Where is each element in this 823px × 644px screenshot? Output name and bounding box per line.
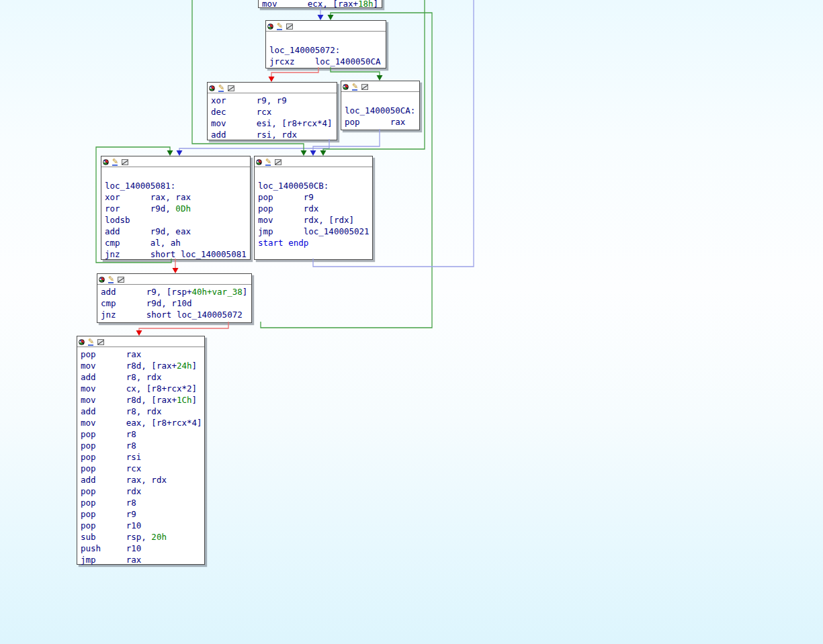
graph-canvas[interactable]: ✎mov ecx, [rax+18h]✎loc_140005072:jrcxz … [0,0,823,644]
collapse-graph-icon[interactable] [97,339,104,345]
code-line[interactable]: add r9d, eax [105,226,250,237]
color-wheel-icon[interactable] [267,24,273,30]
code-line[interactable]: mov esi, [r8+rcx*4] [211,118,337,129]
code-line[interactable]: loc_1400050CB: [258,180,372,191]
code-line[interactable]: add r9, [rsp+40h+var_38] [101,286,251,297]
code-line[interactable]: loc_1400050CA: [345,105,419,116]
code-line[interactable]: push r10 [81,543,204,554]
code-line[interactable]: lodsb [105,214,250,226]
instruction-text: loc_1400050CA: [345,105,415,116]
code-line[interactable]: jrcxz loc_1400050CA [269,56,386,67]
collapse-graph-icon[interactable] [122,159,128,165]
code-line [269,33,386,44]
code-line[interactable]: pop rdx [258,203,372,214]
collapse-graph-icon[interactable] [118,277,124,283]
code-line[interactable]: pop r8 [81,440,204,451]
code-line[interactable]: mov eax, [r8+rcx*4] [81,417,204,428]
instruction-text: push r10 [81,543,141,553]
color-wheel-icon[interactable] [103,159,109,165]
instruction-text: jmp rax [81,555,141,565]
edit-icon[interactable]: ✎ [107,276,115,283]
code-line[interactable]: loc_140005072: [269,44,386,56]
instruction-text: add r9, [rsp+ [101,287,191,297]
instruction-text: pop rdx [81,486,141,496]
block-title-bar: ✎ [77,336,204,347]
edge-arrowhead [167,150,173,156]
code-line[interactable]: start endp [258,237,372,248]
color-wheel-icon[interactable] [256,159,262,165]
operand-immediate: 18h [358,0,374,9]
code-line[interactable]: add r8, rdx [81,406,204,417]
code-line[interactable]: mov r8d, [rax+1Ch] [81,394,204,406]
code-line[interactable]: ror r9d, 0Dh [105,203,250,214]
block-title-bar: ✎ [101,156,250,167]
instruction-text: pop rsi [81,452,141,462]
operand-immediate: 1Ch [177,395,192,405]
instruction-text: mov r8d, [rax+ [81,395,177,405]
basic-block-entry-partial[interactable]: ✎mov ecx, [rax+18h] [258,0,382,8]
code-line[interactable]: xor r9, r9 [211,95,337,106]
basic-block-resolve-and-jump[interactable]: ✎pop raxmov r8d, [rax+24h]add r8, rdxmov… [77,336,205,565]
operand-immediate: 20h [151,532,167,542]
instruction-text: add r8, rdx [81,406,161,416]
edge-arrowhead [318,15,324,20]
instruction-text: loc_140005072: [269,45,340,55]
instruction-text: lodsb [105,215,130,225]
code-line[interactable]: pop rcx [81,463,204,474]
code-line[interactable]: jnz short loc_140005081 [105,248,250,260]
basic-block-next-func-body[interactable]: ✎xor r9, r9dec rcxmov esi, [r8+rcx*4]add… [207,82,337,140]
instruction-text: jmp loc_140005021 [258,226,370,236]
edit-icon[interactable]: ✎ [265,158,272,166]
code-line[interactable]: pop r8 [81,428,204,440]
code-line[interactable]: pop rax [345,116,419,128]
collapse-graph-icon[interactable] [286,24,293,30]
code-line[interactable]: cmp r9d, r10d [101,297,251,309]
edit-icon[interactable]: ✎ [351,83,359,91]
instruction-text: loc_1400050CB: [258,181,329,191]
instruction-text: add r9d, eax [105,226,191,236]
basic-block-loc_1400050CA[interactable]: ✎loc_1400050CA:pop rax [341,81,420,130]
code-line[interactable]: mov ecx, [rax+18h] [262,0,382,9]
color-wheel-icon[interactable] [343,84,349,90]
collapse-graph-icon[interactable] [275,159,281,165]
code-line[interactable]: mov r8d, [rax+24h] [81,360,204,371]
code-line[interactable]: jmp rax [81,554,204,565]
basic-block-loc_140005072[interactable]: ✎loc_140005072:jrcxz loc_1400050CA [265,20,386,68]
edit-icon[interactable]: ✎ [218,85,225,92]
code-line[interactable]: sub rsp, 20h [81,531,204,543]
code-line[interactable]: mov rdx, [rdx] [258,214,372,226]
edit-icon[interactable]: ✎ [112,158,119,166]
code-line[interactable]: dec rcx [211,106,337,118]
code-line[interactable]: pop rsi [81,451,204,463]
code-line[interactable]: loc_140005081: [105,180,250,191]
code-line[interactable]: mov cx, [r8+rcx*2] [81,383,204,394]
basic-block-loc_140005081[interactable]: ✎loc_140005081:xor rax, raxror r9d, 0Dhl… [101,156,251,260]
code-line[interactable]: xor rax, rax [105,191,250,203]
code-line[interactable]: pop r8 [81,497,204,508]
code-line[interactable]: cmp al, ah [105,237,250,248]
collapse-graph-icon[interactable] [228,85,234,91]
code-line[interactable]: pop rdx [81,486,204,497]
edge-arrowhead [377,75,383,81]
code-line[interactable]: add rsi, rdx [211,129,337,140]
block-code: mov ecx, [rax+18h] [259,0,382,9]
basic-block-hash-compare[interactable]: ✎add r9, [rsp+40h+var_38]cmp r9d, r10djn… [97,273,252,323]
code-line[interactable]: pop r10 [81,520,204,531]
color-wheel-icon[interactable] [79,339,85,345]
edge-body-fall-to-081 [177,139,330,156]
code-line[interactable]: jmp loc_140005021 [258,226,372,237]
edit-icon[interactable]: ✎ [276,23,284,30]
code-line[interactable]: pop r9 [258,191,372,203]
collapse-graph-icon[interactable] [361,84,368,90]
code-line[interactable]: add rax, rdx [81,474,204,486]
color-wheel-icon[interactable] [209,85,215,91]
color-wheel-icon[interactable] [99,277,105,283]
instruction-text: mov r8d, [rax+ [81,361,177,371]
edit-icon[interactable]: ✎ [87,338,95,346]
code-line[interactable]: add r8, rdx [81,371,204,383]
code-line[interactable]: pop rax [81,349,204,360]
edge-arrowhead [269,77,275,82]
code-line[interactable]: jnz short loc_140005072 [101,309,251,320]
code-line[interactable]: pop r9 [81,508,204,520]
basic-block-loc_1400050CB[interactable]: ✎loc_1400050CB:pop r9pop rdxmov rdx, [rd… [254,156,373,260]
